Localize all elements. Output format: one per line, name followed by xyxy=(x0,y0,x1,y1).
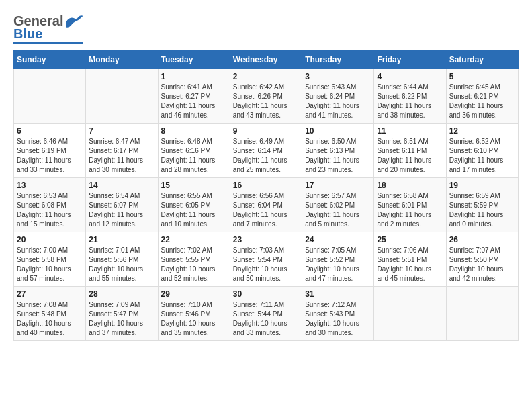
calendar-day-31: 31Sunrise: 7:12 AM Sunset: 5:43 PM Dayli… xyxy=(302,287,374,341)
day-info: Sunrise: 7:09 AM Sunset: 5:47 PM Dayligh… xyxy=(89,300,154,338)
calendar-empty-cell xyxy=(374,287,446,341)
calendar-day-15: 15Sunrise: 6:55 AM Sunset: 6:05 PM Dayli… xyxy=(158,178,230,232)
day-info: Sunrise: 7:08 AM Sunset: 5:48 PM Dayligh… xyxy=(17,300,83,338)
calendar-day-4: 4Sunrise: 6:44 AM Sunset: 6:22 PM Daylig… xyxy=(374,69,446,124)
day-number: 22 xyxy=(161,235,227,244)
day-number: 17 xyxy=(305,181,371,190)
day-number: 28 xyxy=(89,289,154,299)
calendar-day-10: 10Sunrise: 6:50 AM Sunset: 6:13 PM Dayli… xyxy=(302,124,374,178)
calendar-day-18: 18Sunrise: 6:58 AM Sunset: 6:01 PM Dayli… xyxy=(374,178,446,232)
calendar-day-11: 11Sunrise: 6:51 AM Sunset: 6:11 PM Dayli… xyxy=(374,124,446,178)
day-number: 7 xyxy=(89,126,154,136)
calendar-day-2: 2Sunrise: 6:42 AM Sunset: 6:26 PM Daylig… xyxy=(230,69,302,124)
day-number: 27 xyxy=(17,289,83,299)
day-number: 16 xyxy=(233,181,299,190)
day-number: 12 xyxy=(449,126,515,136)
day-number: 13 xyxy=(17,181,83,190)
day-info: Sunrise: 6:42 AM Sunset: 6:26 PM Dayligh… xyxy=(233,83,299,120)
day-number: 2 xyxy=(233,72,299,81)
calendar-day-26: 26Sunrise: 7:07 AM Sunset: 5:50 PM Dayli… xyxy=(446,232,518,287)
weekday-header-saturday: Saturday xyxy=(446,51,518,69)
calendar-day-1: 1Sunrise: 6:41 AM Sunset: 6:27 PM Daylig… xyxy=(158,69,230,124)
day-info: Sunrise: 6:56 AM Sunset: 6:04 PM Dayligh… xyxy=(233,191,299,229)
day-number: 11 xyxy=(377,126,443,136)
day-number: 21 xyxy=(89,235,154,244)
calendar-day-12: 12Sunrise: 6:52 AM Sunset: 6:10 PM Dayli… xyxy=(446,124,518,178)
day-info: Sunrise: 7:02 AM Sunset: 5:55 PM Dayligh… xyxy=(161,246,227,283)
day-info: Sunrise: 7:07 AM Sunset: 5:50 PM Dayligh… xyxy=(449,246,515,283)
calendar-day-29: 29Sunrise: 7:10 AM Sunset: 5:46 PM Dayli… xyxy=(158,287,230,341)
day-info: Sunrise: 6:55 AM Sunset: 6:05 PM Dayligh… xyxy=(161,191,227,229)
day-number: 6 xyxy=(17,126,83,136)
day-number: 9 xyxy=(233,126,299,136)
weekday-header-tuesday: Tuesday xyxy=(158,51,230,69)
day-number: 8 xyxy=(161,126,227,136)
weekday-header-thursday: Thursday xyxy=(302,51,374,69)
calendar-empty-cell xyxy=(14,69,86,124)
calendar-day-7: 7Sunrise: 6:47 AM Sunset: 6:17 PM Daylig… xyxy=(86,124,158,178)
day-info: Sunrise: 6:41 AM Sunset: 6:27 PM Dayligh… xyxy=(161,83,227,120)
day-info: Sunrise: 6:53 AM Sunset: 6:08 PM Dayligh… xyxy=(17,191,83,229)
day-info: Sunrise: 6:59 AM Sunset: 5:59 PM Dayligh… xyxy=(449,191,515,229)
day-info: Sunrise: 7:12 AM Sunset: 5:43 PM Dayligh… xyxy=(305,300,371,338)
day-number: 26 xyxy=(449,235,515,244)
day-number: 25 xyxy=(377,235,443,244)
calendar-week-row: 20Sunrise: 7:00 AM Sunset: 5:58 PM Dayli… xyxy=(14,232,519,287)
day-info: Sunrise: 7:11 AM Sunset: 5:44 PM Dayligh… xyxy=(233,300,299,338)
day-number: 29 xyxy=(161,289,227,299)
calendar-day-8: 8Sunrise: 6:48 AM Sunset: 6:16 PM Daylig… xyxy=(158,124,230,178)
page-header: General Blue xyxy=(13,13,519,44)
weekday-header-monday: Monday xyxy=(86,51,158,69)
calendar-day-24: 24Sunrise: 7:05 AM Sunset: 5:52 PM Dayli… xyxy=(302,232,374,287)
calendar-day-3: 3Sunrise: 6:43 AM Sunset: 6:24 PM Daylig… xyxy=(302,69,374,124)
calendar-day-22: 22Sunrise: 7:02 AM Sunset: 5:55 PM Dayli… xyxy=(158,232,230,287)
day-info: Sunrise: 6:50 AM Sunset: 6:13 PM Dayligh… xyxy=(305,137,371,175)
day-number: 3 xyxy=(305,72,371,81)
day-info: Sunrise: 6:47 AM Sunset: 6:17 PM Dayligh… xyxy=(89,137,154,175)
day-number: 5 xyxy=(449,72,515,81)
day-number: 10 xyxy=(305,126,371,136)
weekday-header-row: SundayMondayTuesdayWednesdayThursdayFrid… xyxy=(14,51,519,69)
calendar-table: SundayMondayTuesdayWednesdayThursdayFrid… xyxy=(13,50,519,341)
calendar-day-23: 23Sunrise: 7:03 AM Sunset: 5:54 PM Dayli… xyxy=(230,232,302,287)
day-info: Sunrise: 7:01 AM Sunset: 5:56 PM Dayligh… xyxy=(89,246,154,283)
day-info: Sunrise: 6:57 AM Sunset: 6:02 PM Dayligh… xyxy=(305,191,371,229)
calendar-week-row: 6Sunrise: 6:46 AM Sunset: 6:19 PM Daylig… xyxy=(14,124,519,178)
day-info: Sunrise: 6:54 AM Sunset: 6:07 PM Dayligh… xyxy=(89,191,154,229)
weekday-header-sunday: Sunday xyxy=(14,51,86,69)
day-info: Sunrise: 6:51 AM Sunset: 6:11 PM Dayligh… xyxy=(377,137,443,175)
day-number: 18 xyxy=(377,181,443,190)
day-number: 20 xyxy=(17,235,83,244)
logo: General Blue xyxy=(13,13,83,44)
calendar-day-25: 25Sunrise: 7:06 AM Sunset: 5:51 PM Dayli… xyxy=(374,232,446,287)
calendar-week-row: 27Sunrise: 7:08 AM Sunset: 5:48 PM Dayli… xyxy=(14,287,519,341)
day-number: 23 xyxy=(233,235,299,244)
weekday-header-friday: Friday xyxy=(374,51,446,69)
day-info: Sunrise: 6:45 AM Sunset: 6:21 PM Dayligh… xyxy=(449,83,515,120)
day-info: Sunrise: 6:49 AM Sunset: 6:14 PM Dayligh… xyxy=(233,137,299,175)
day-info: Sunrise: 6:44 AM Sunset: 6:22 PM Dayligh… xyxy=(377,83,443,120)
calendar-day-17: 17Sunrise: 6:57 AM Sunset: 6:02 PM Dayli… xyxy=(302,178,374,232)
calendar-week-row: 13Sunrise: 6:53 AM Sunset: 6:08 PM Dayli… xyxy=(14,178,519,232)
calendar-day-30: 30Sunrise: 7:11 AM Sunset: 5:44 PM Dayli… xyxy=(230,287,302,341)
calendar-empty-cell xyxy=(86,69,158,124)
logo-bird-icon xyxy=(64,15,83,28)
day-number: 31 xyxy=(305,289,371,299)
calendar-day-6: 6Sunrise: 6:46 AM Sunset: 6:19 PM Daylig… xyxy=(14,124,86,178)
day-number: 14 xyxy=(89,181,154,190)
day-number: 4 xyxy=(377,72,443,81)
day-info: Sunrise: 6:58 AM Sunset: 6:01 PM Dayligh… xyxy=(377,191,443,229)
day-info: Sunrise: 6:48 AM Sunset: 6:16 PM Dayligh… xyxy=(161,137,227,175)
day-info: Sunrise: 7:00 AM Sunset: 5:58 PM Dayligh… xyxy=(17,246,83,283)
day-info: Sunrise: 6:52 AM Sunset: 6:10 PM Dayligh… xyxy=(449,137,515,175)
day-info: Sunrise: 6:46 AM Sunset: 6:19 PM Dayligh… xyxy=(17,137,83,175)
day-number: 24 xyxy=(305,235,371,244)
calendar-day-20: 20Sunrise: 7:00 AM Sunset: 5:58 PM Dayli… xyxy=(14,232,86,287)
calendar-day-16: 16Sunrise: 6:56 AM Sunset: 6:04 PM Dayli… xyxy=(230,178,302,232)
logo-underline xyxy=(13,42,83,44)
day-info: Sunrise: 6:43 AM Sunset: 6:24 PM Dayligh… xyxy=(305,83,371,120)
calendar-day-13: 13Sunrise: 6:53 AM Sunset: 6:08 PM Dayli… xyxy=(14,178,86,232)
calendar-day-14: 14Sunrise: 6:54 AM Sunset: 6:07 PM Dayli… xyxy=(86,178,158,232)
day-info: Sunrise: 7:06 AM Sunset: 5:51 PM Dayligh… xyxy=(377,246,443,283)
calendar-day-28: 28Sunrise: 7:09 AM Sunset: 5:47 PM Dayli… xyxy=(86,287,158,341)
